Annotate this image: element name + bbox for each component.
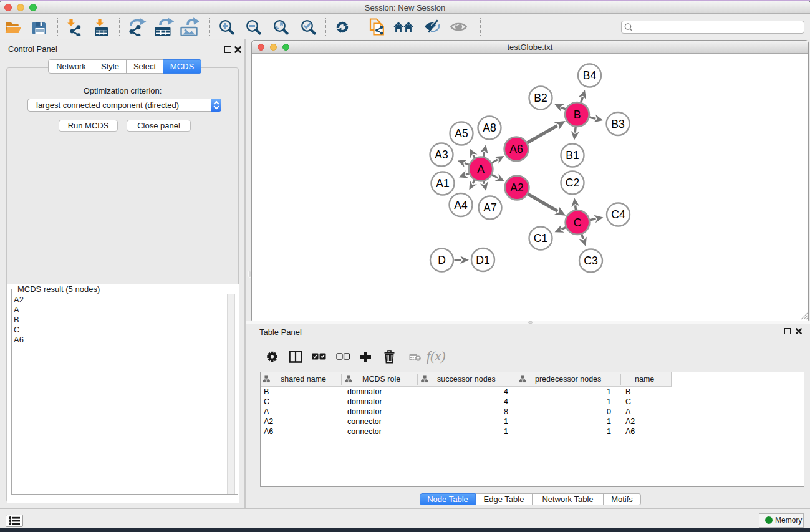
svg-text:B1: B1 [566,149,579,162]
svg-text:A: A [477,163,485,175]
svg-text:B3: B3 [611,118,624,130]
svg-text:A7: A7 [483,201,496,214]
svg-text:C1: C1 [534,232,547,244]
svg-text:D1: D1 [476,254,489,266]
svg-text:A1: A1 [436,177,449,190]
svg-text:A5: A5 [455,127,468,140]
svg-text:A6: A6 [509,143,523,155]
svg-text:A2: A2 [510,181,523,194]
svg-text:C3: C3 [584,254,597,267]
svg-text:B: B [574,109,581,121]
svg-text:A4: A4 [454,199,468,211]
svg-text:C2: C2 [566,177,579,189]
svg-text:D: D [438,254,446,266]
svg-text:C4: C4 [611,208,625,221]
svg-text:C: C [574,216,582,229]
svg-text:A3: A3 [435,148,448,161]
svg-text:B4: B4 [583,69,597,82]
svg-text:A8: A8 [483,122,496,134]
svg-text:B2: B2 [534,92,547,104]
